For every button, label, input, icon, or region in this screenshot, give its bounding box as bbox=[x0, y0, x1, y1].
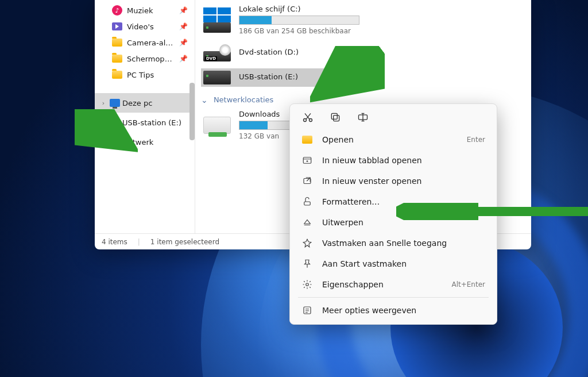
sidebar-item-videos[interactable]: Video's 📌 bbox=[95, 18, 195, 34]
drive-name: USB-station (E:) bbox=[239, 72, 371, 81]
status-item-count: 4 items bbox=[102, 238, 127, 246]
new-tab-icon bbox=[301, 155, 313, 166]
svg-point-1 bbox=[310, 119, 312, 122]
eject-icon bbox=[301, 217, 313, 228]
drive-name: Lokale schijf (C:) bbox=[239, 5, 523, 13]
context-menu-icon-row bbox=[293, 107, 493, 129]
chevron-right-icon: › bbox=[99, 119, 107, 126]
divider: | bbox=[138, 238, 140, 246]
sidebar-item-label: PC Tips bbox=[127, 71, 154, 79]
drive-usb-e[interactable]: USB-station (E:) bbox=[201, 68, 373, 87]
copy-icon[interactable] bbox=[329, 111, 342, 124]
pin-icon: 📌 bbox=[179, 39, 188, 47]
cut-icon[interactable] bbox=[301, 111, 314, 124]
format-icon bbox=[301, 196, 313, 207]
context-menu-format[interactable]: Formatteren… bbox=[293, 191, 493, 212]
context-menu-open-new-tab[interactable]: In nieuw tabblad openen bbox=[293, 150, 493, 171]
chevron-right-icon: › bbox=[99, 139, 107, 146]
drive-icon bbox=[203, 71, 231, 84]
context-menu-eject[interactable]: Uitwerpen bbox=[293, 212, 493, 233]
sidebar-item-label: Muziek bbox=[127, 6, 153, 15]
rename-icon[interactable] bbox=[357, 111, 369, 124]
sidebar-item-screenshots[interactable]: Schermopnamen 📌 bbox=[95, 51, 195, 67]
svg-rect-3 bbox=[331, 113, 337, 119]
context-menu-pin-start[interactable]: Aan Start vastmaken bbox=[293, 253, 493, 274]
svg-rect-2 bbox=[334, 116, 339, 121]
svg-point-8 bbox=[306, 283, 309, 286]
more-options-icon bbox=[301, 305, 313, 316]
pin-icon bbox=[301, 237, 313, 249]
context-menu-open[interactable]: Openen Enter bbox=[293, 129, 493, 150]
pin-icon: 📌 bbox=[179, 6, 188, 14]
sidebar-item-this-pc[interactable]: › Deze pc bbox=[95, 93, 195, 113]
sidebar-item-label: Video's bbox=[127, 22, 154, 31]
sidebar-item-label: Deze pc bbox=[122, 99, 152, 107]
music-icon: ♪ bbox=[112, 5, 122, 16]
drive-icon bbox=[203, 7, 231, 33]
sidebar-item-label: Camera-album bbox=[127, 39, 175, 47]
properties-icon bbox=[301, 279, 313, 290]
navigation-sidebar: ♪ Muziek 📌 Video's 📌 Camera-album 📌 Sche… bbox=[95, 0, 195, 233]
sidebar-item-label: USB-station (E:) bbox=[122, 118, 181, 127]
context-menu-pin-quick-access[interactable]: Vastmaken aan Snelle toegang bbox=[293, 233, 493, 253]
pin-start-icon bbox=[301, 258, 313, 270]
drive-name: Dvd-station (D:) bbox=[239, 48, 523, 56]
sidebar-scrollbar[interactable] bbox=[189, 83, 195, 140]
drive-subtitle: 186 GB van 254 GB beschikbaar bbox=[239, 27, 523, 35]
folder-icon bbox=[112, 55, 122, 63]
folder-icon bbox=[301, 134, 313, 145]
context-menu: Openen Enter In nieuw tabblad openen In … bbox=[289, 103, 497, 325]
network-icon bbox=[110, 138, 120, 146]
context-menu-properties[interactable]: Eigenschappen Alt+Enter bbox=[293, 274, 493, 295]
drive-usage-bar bbox=[239, 121, 296, 130]
context-menu-open-new-window[interactable]: In nieuw venster openen bbox=[293, 171, 493, 191]
folder-icon bbox=[112, 39, 122, 47]
sidebar-item-music[interactable]: ♪ Muziek 📌 bbox=[95, 2, 195, 18]
status-selection: 1 item geselecteerd bbox=[150, 238, 219, 246]
chevron-right-icon: › bbox=[99, 99, 107, 107]
svg-rect-7 bbox=[304, 202, 311, 205]
usb-drive-icon bbox=[110, 120, 120, 125]
shortcut-label: Enter bbox=[467, 136, 485, 144]
context-menu-more-options[interactable]: Meer opties weergeven bbox=[293, 300, 493, 321]
sidebar-item-label: Schermopnamen bbox=[127, 55, 175, 63]
pin-icon: 📌 bbox=[179, 22, 188, 30]
sidebar-item-camera-album[interactable]: Camera-album 📌 bbox=[95, 34, 195, 51]
drive-dvd-d[interactable]: DVD Dvd-station (D:) bbox=[201, 42, 525, 64]
drive-icon bbox=[203, 117, 231, 134]
pc-icon bbox=[110, 99, 120, 107]
sidebar-item-network[interactable]: › Netwerk bbox=[95, 132, 195, 152]
sidebar-item-usb-drive[interactable]: › USB-station (E:) bbox=[95, 113, 195, 132]
svg-point-0 bbox=[304, 119, 307, 122]
sidebar-item-label: Netwerk bbox=[122, 138, 153, 147]
drive-local-c[interactable]: Lokale schijf (C:) 186 GB van 254 GB bes… bbox=[201, 2, 525, 37]
new-window-icon bbox=[301, 175, 313, 187]
pin-icon: 📌 bbox=[179, 55, 188, 63]
shortcut-label: Alt+Enter bbox=[451, 280, 485, 288]
sidebar-item-pc-tips[interactable]: PC Tips bbox=[95, 67, 195, 83]
separator bbox=[298, 297, 489, 298]
drive-usage-bar bbox=[239, 16, 359, 25]
drive-icon: DVD bbox=[203, 44, 231, 61]
video-icon bbox=[112, 22, 122, 30]
folder-icon bbox=[112, 71, 122, 79]
